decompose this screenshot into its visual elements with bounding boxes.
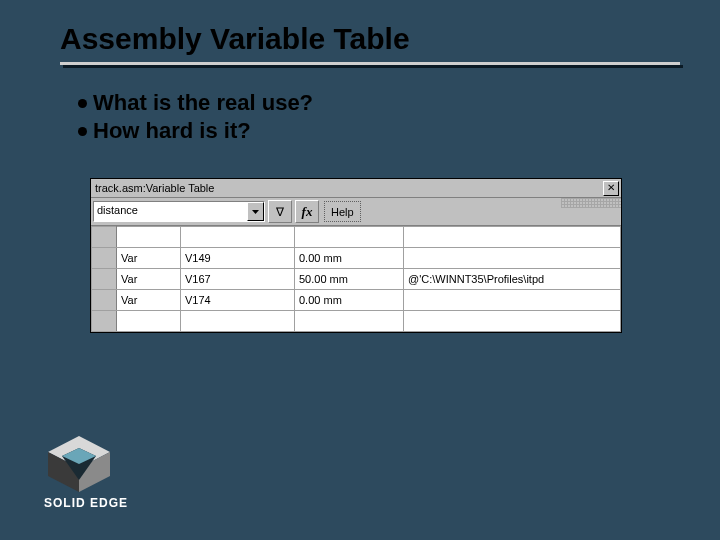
window-title: track.asm:Variable Table xyxy=(93,182,214,194)
help-button[interactable]: Help xyxy=(324,201,361,222)
dropdown-value: distance xyxy=(94,202,247,221)
cell-name[interactable]: V174 xyxy=(181,290,295,311)
svg-marker-0 xyxy=(252,210,259,214)
cell-name[interactable] xyxy=(181,227,295,248)
variable-type-dropdown[interactable]: distance xyxy=(93,201,265,222)
help-label: Help xyxy=(331,206,354,218)
cell-value[interactable]: 50.00 mm xyxy=(295,269,404,290)
bullet-list: What is the real use? How hard is it? xyxy=(78,90,313,146)
table-row[interactable]: Var V167 50.00 mm @'C:\WINNT35\Profiles\… xyxy=(92,269,621,290)
table-row[interactable]: Var V174 0.00 mm xyxy=(92,290,621,311)
variable-table-window: track.asm:Variable Table ✕ distance ∇ fx… xyxy=(90,178,622,333)
fx-icon: fx xyxy=(302,204,313,220)
cell-name[interactable]: V149 xyxy=(181,248,295,269)
cell-name[interactable] xyxy=(181,311,295,332)
row-header[interactable] xyxy=(92,227,117,248)
table-row[interactable] xyxy=(92,311,621,332)
filter-icon: ∇ xyxy=(276,205,284,219)
filter-button[interactable]: ∇ xyxy=(268,200,292,223)
cell-value[interactable] xyxy=(295,311,404,332)
bullet-icon xyxy=(78,127,87,136)
window-titlebar[interactable]: track.asm:Variable Table ✕ xyxy=(91,179,621,198)
cell-extra[interactable] xyxy=(404,248,621,269)
bullet-icon xyxy=(78,99,87,108)
cell-extra[interactable] xyxy=(404,227,621,248)
cell-value[interactable] xyxy=(295,227,404,248)
function-button[interactable]: fx xyxy=(295,200,319,223)
cell-value[interactable]: 0.00 mm xyxy=(295,290,404,311)
row-header[interactable] xyxy=(92,290,117,311)
row-header[interactable] xyxy=(92,248,117,269)
title-area: Assembly Variable Table xyxy=(60,22,680,66)
solid-edge-icon xyxy=(44,434,114,494)
table-row[interactable]: Var V149 0.00 mm xyxy=(92,248,621,269)
brand-text: SOLID EDGE xyxy=(44,496,128,510)
cell-name[interactable]: V167 xyxy=(181,269,295,290)
close-icon: ✕ xyxy=(607,182,615,193)
variable-grid[interactable]: Var V149 0.00 mm Var V167 50.00 mm @'C:\… xyxy=(91,226,621,332)
brand-logo: SOLID EDGE xyxy=(44,434,128,510)
cell-extra[interactable] xyxy=(404,311,621,332)
row-header[interactable] xyxy=(92,311,117,332)
list-item: What is the real use? xyxy=(78,90,313,116)
title-underline xyxy=(60,62,680,66)
cell-type[interactable] xyxy=(117,227,181,248)
bullet-text: What is the real use? xyxy=(93,90,313,116)
page-title: Assembly Variable Table xyxy=(60,22,680,62)
table-row[interactable] xyxy=(92,227,621,248)
cell-value[interactable]: 0.00 mm xyxy=(295,248,404,269)
close-button[interactable]: ✕ xyxy=(603,181,619,196)
chevron-down-icon xyxy=(252,210,259,214)
bullet-text: How hard is it? xyxy=(93,118,251,144)
toolbar: distance ∇ fx Help xyxy=(91,198,621,226)
cell-type[interactable]: Var xyxy=(117,248,181,269)
cell-type[interactable]: Var xyxy=(117,290,181,311)
cell-extra[interactable]: @'C:\WINNT35\Profiles\itpd xyxy=(404,269,621,290)
dropdown-button[interactable] xyxy=(247,202,264,221)
cell-type[interactable] xyxy=(117,311,181,332)
row-header[interactable] xyxy=(92,269,117,290)
list-item: How hard is it? xyxy=(78,118,313,144)
cell-extra[interactable] xyxy=(404,290,621,311)
toolbar-grip xyxy=(561,198,621,208)
cell-type[interactable]: Var xyxy=(117,269,181,290)
